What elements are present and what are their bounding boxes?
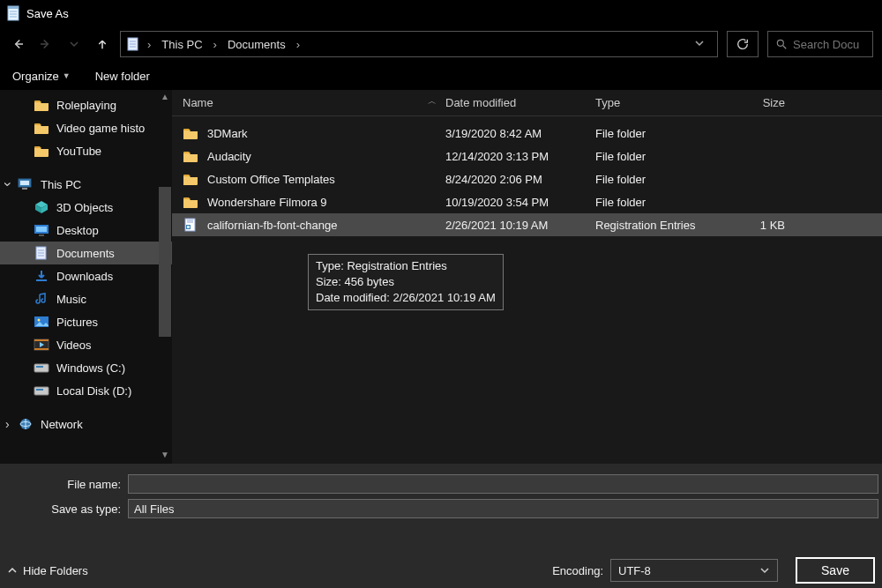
new-folder-label: New folder xyxy=(95,70,150,83)
tree-this-pc-child[interactable]: Desktop xyxy=(0,219,172,242)
recent-locations-button[interactable] xyxy=(65,35,83,53)
file-date: 8/24/2020 2:06 PM xyxy=(445,173,595,186)
file-type: File folder xyxy=(595,196,741,209)
location-icon xyxy=(126,37,140,51)
tree-item-label: Downloads xyxy=(56,270,113,283)
file-name: californian-fb-font-change xyxy=(207,219,337,232)
folder-icon xyxy=(183,149,198,163)
scroll-down-button[interactable]: ▼ xyxy=(159,450,171,462)
chevron-right-icon: › xyxy=(210,38,220,51)
col-size[interactable]: Size xyxy=(741,96,794,109)
table-row[interactable]: californian-fb-font-change2/26/2021 10:1… xyxy=(172,213,882,236)
svg-rect-26 xyxy=(36,279,47,281)
filename-label: File name: xyxy=(0,478,128,491)
folder-icon xyxy=(183,126,198,140)
file-list[interactable]: Name ︿ Date modified Type Size 3DMark3/1… xyxy=(172,90,882,464)
col-name[interactable]: Name ︿ xyxy=(172,96,445,109)
svg-rect-31 xyxy=(34,348,49,350)
tree-item-label: This PC xyxy=(41,178,81,191)
up-button[interactable] xyxy=(93,35,111,53)
tree-quick-item[interactable]: YouTube xyxy=(0,139,172,162)
tooltip-line: Date modified: 2/26/2021 10:19 AM xyxy=(316,290,496,306)
tree-this-pc-child[interactable]: Downloads xyxy=(0,264,172,287)
item-icon xyxy=(34,315,49,329)
column-headers[interactable]: Name ︿ Date modified Type Size xyxy=(172,90,882,116)
table-row[interactable]: 3DMark3/19/2020 8:42 AMFile folder xyxy=(172,122,882,145)
tree-this-pc-child[interactable]: Documents xyxy=(0,242,172,264)
savetype-label: Save as type: xyxy=(0,502,128,516)
item-icon xyxy=(34,338,49,352)
search-box[interactable] xyxy=(767,31,873,57)
tree-this-pc-child[interactable]: Music xyxy=(0,287,172,310)
sort-indicator-icon: ︿ xyxy=(428,95,445,108)
tree-this-pc-child[interactable]: Local Disk (D:) xyxy=(0,379,172,402)
nav-tree[interactable]: ▲ RoleplayingVideo game histoYouTube Thi… xyxy=(0,90,172,464)
file-name: Custom Office Templates xyxy=(207,173,335,186)
tree-network[interactable]: › Network xyxy=(0,413,172,435)
table-row[interactable]: Custom Office Templates8/24/2020 2:06 PM… xyxy=(172,167,882,190)
svg-rect-15 xyxy=(22,188,27,190)
item-icon xyxy=(34,383,49,398)
col-date[interactable]: Date modified xyxy=(445,96,595,109)
encoding-select[interactable]: UTF-8 xyxy=(610,559,778,582)
filename-field[interactable] xyxy=(128,474,878,494)
savetype-value: All Files xyxy=(134,502,175,516)
file-type: File folder xyxy=(595,150,741,163)
chevron-down-icon xyxy=(759,565,770,576)
file-name: Wondershare Filmora 9 xyxy=(207,196,327,209)
chevron-right-icon: › xyxy=(144,38,154,51)
organize-menu[interactable]: Organize ▼ xyxy=(12,70,71,83)
tree-quick-item[interactable]: Video game histo xyxy=(0,116,172,139)
file-type: File folder xyxy=(595,173,741,186)
refresh-button[interactable] xyxy=(727,31,759,57)
svg-rect-30 xyxy=(34,339,49,341)
scroll-up-button[interactable]: ▲ xyxy=(159,92,171,104)
tree-this-pc-child[interactable]: Videos xyxy=(0,333,172,356)
table-row[interactable]: Audacity12/14/2020 3:13 PMFile folder xyxy=(172,145,882,167)
item-icon xyxy=(34,200,49,214)
search-icon xyxy=(775,38,788,50)
pc-icon xyxy=(18,177,34,191)
file-type: Registration Entries xyxy=(595,219,741,232)
svg-rect-33 xyxy=(34,364,49,372)
item-icon xyxy=(34,269,49,283)
save-button[interactable]: Save xyxy=(796,557,875,584)
file-date: 10/19/2020 3:54 PM xyxy=(445,196,595,209)
folder-icon xyxy=(183,195,198,209)
chevron-up-icon xyxy=(7,565,18,576)
folder-icon xyxy=(183,172,198,186)
address-history-button[interactable] xyxy=(687,38,712,51)
save-panel: File name: Save as type: All Files Hide … xyxy=(0,464,882,588)
hide-folders-button[interactable]: Hide Folders xyxy=(7,564,88,577)
title-bar: Save As xyxy=(0,0,882,26)
tree-quick-item[interactable]: Roleplaying xyxy=(0,93,172,116)
savetype-field[interactable]: All Files xyxy=(128,499,878,518)
tree-item-label: YouTube xyxy=(56,145,101,158)
breadcrumb-root[interactable]: This PC xyxy=(158,36,206,53)
tree-this-pc-child[interactable]: Pictures xyxy=(0,310,172,333)
filename-input[interactable] xyxy=(134,478,872,491)
search-input[interactable] xyxy=(793,38,863,51)
item-icon xyxy=(34,361,49,375)
forward-button[interactable] xyxy=(37,35,55,53)
nav-bar: › This PC › Documents › xyxy=(0,26,882,62)
dropdown-icon: ▼ xyxy=(63,71,71,80)
svg-rect-14 xyxy=(20,181,29,185)
new-folder-button[interactable]: New folder xyxy=(95,70,150,83)
back-button[interactable] xyxy=(9,35,26,53)
tree-this-pc-child[interactable]: 3D Objects xyxy=(0,196,172,219)
tooltip-line: Type: Registration Entries xyxy=(316,258,496,274)
breadcrumb-folder[interactable]: Documents xyxy=(224,36,289,53)
address-bar[interactable]: › This PC › Documents › xyxy=(120,31,718,57)
tooltip-line: Size: 456 bytes xyxy=(316,274,496,290)
file-date: 3/19/2020 8:42 AM xyxy=(445,127,595,140)
tree-this-pc[interactable]: This PC xyxy=(0,173,172,196)
tree-item-label: Network xyxy=(41,418,83,431)
tree-this-pc-child[interactable]: Windows (C:) xyxy=(0,356,172,379)
col-type[interactable]: Type xyxy=(595,96,741,109)
app-icon xyxy=(7,5,21,21)
file-name: Audacity xyxy=(207,150,251,163)
table-row[interactable]: Wondershare Filmora 910/19/2020 3:54 PMF… xyxy=(172,190,882,213)
scrollbar-thumb[interactable] xyxy=(159,187,171,337)
file-name: 3DMark xyxy=(207,127,248,140)
